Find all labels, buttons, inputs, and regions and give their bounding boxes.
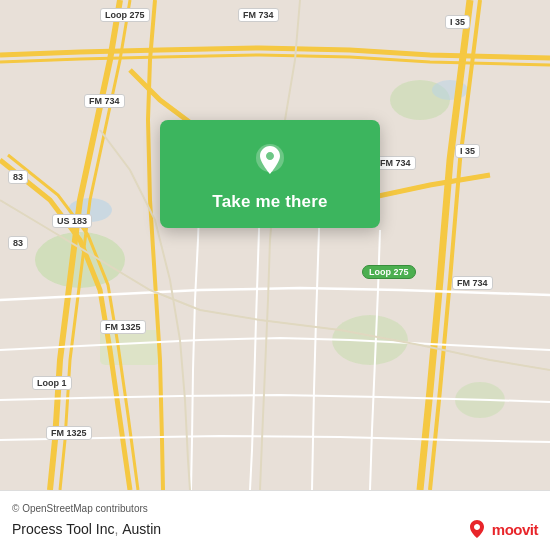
- bottom-bar: © OpenStreetMap contributors Process Too…: [0, 490, 550, 550]
- road-label-fm734-left: FM 734: [84, 94, 125, 108]
- location-pin-icon: [248, 138, 292, 182]
- road-label-i35-top: I 35: [445, 15, 470, 29]
- road-label-loop275: Loop 275: [362, 265, 416, 279]
- location-card: Take me there: [160, 120, 380, 228]
- road-label-us183: Loop 1: [32, 376, 72, 390]
- location-title-row: Process Tool Inc, Austin moovit: [12, 518, 538, 540]
- moovit-pin-icon: [466, 518, 488, 540]
- road-label-n83: 83: [8, 170, 28, 184]
- take-me-there-button[interactable]: Take me there: [212, 192, 327, 212]
- moovit-text: moovit: [492, 521, 538, 538]
- road-label-fm734-btm: FM 734: [452, 276, 493, 290]
- road-label-fm734-top: FM 734: [238, 8, 279, 22]
- road-label-fm1325-btm: FM 1325: [100, 320, 146, 334]
- road-label-i35-right: I 35: [455, 144, 480, 158]
- osm-credit: © OpenStreetMap contributors: [12, 503, 538, 514]
- moovit-logo: moovit: [466, 518, 538, 540]
- road-label-loop1-mid: US 183: [52, 214, 92, 228]
- road-label-fm734-right: FM 734: [375, 156, 416, 170]
- map-container: FM 734 Loop 275 I 35 FM 734 I 35 FM 734 …: [0, 0, 550, 490]
- location-name: Process Tool Inc, Austin: [12, 521, 161, 537]
- map-roads: [0, 0, 550, 490]
- road-label-loop1-bot: FM 1325: [46, 426, 92, 440]
- road-label-fm1325-top: Loop 275: [100, 8, 150, 22]
- road-label-n83b: 83: [8, 236, 28, 250]
